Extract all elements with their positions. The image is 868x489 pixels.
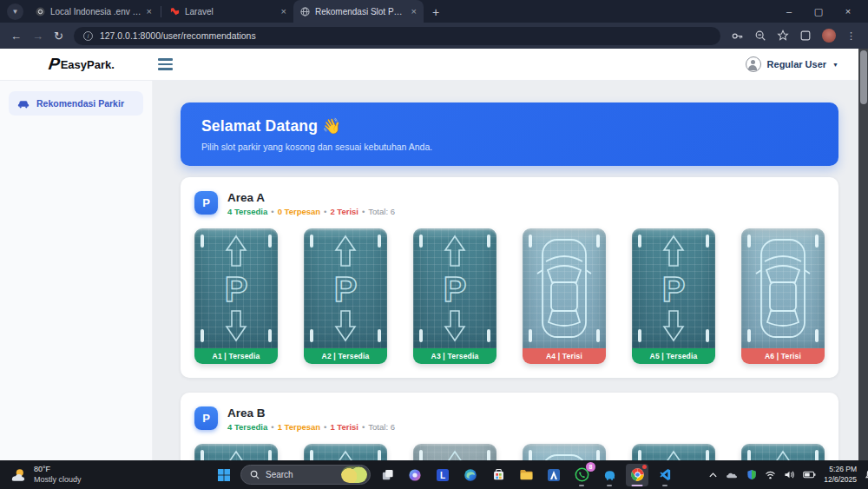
tab-env-setup[interactable]: Local Indonesia .env setup × [29,0,159,23]
parking-slot-a1[interactable]: A1 | Tersedia [194,228,278,364]
tab-search-button[interactable]: ▼ [7,3,23,20]
security-shield-icon[interactable] [746,469,757,480]
parking-slot-a4[interactable]: A4 | Terisi [523,228,606,364]
parking-slot-b1[interactable] [194,444,278,460]
laravel-icon [170,7,180,17]
a-app-icon[interactable] [542,464,565,486]
area-b-slots [194,444,825,460]
microsoft-store-icon[interactable] [487,464,510,486]
chrome-icon[interactable] [626,464,648,486]
stat-occupied: 1 Terisi [330,422,358,432]
taskbar-center: Search L [213,464,676,486]
edge-icon[interactable] [459,464,482,486]
windows-logo-icon [217,468,231,482]
tab-close-icon[interactable]: × [411,7,417,17]
weather-condition: Mostly cloudy [34,475,82,486]
parking-slot-a5[interactable]: A5 | Tersedia [632,228,715,364]
slot-label: A4 | Terisi [523,348,606,364]
tab-title: Laravel [185,7,276,17]
stat-booked: 0 Terpesan [278,207,320,216]
tray-clock[interactable]: 5:26 PM 12/6/2025 [824,465,857,484]
bookmark-star-icon[interactable] [777,30,789,42]
area-b-card: P Area B 4 Tersedia•1 Terpesan•1 Terisi•… [181,393,838,460]
app-body: Rekomendasi Parkir Selamat Datang 👋 Pili… [0,81,868,460]
l-app-icon[interactable]: L [431,464,454,486]
slot-label: A3 | Tersedia [413,348,496,364]
hamburger-menu-icon[interactable] [158,58,173,69]
browser-menu-icon[interactable]: ⋮ [846,30,856,42]
tab-rekomendasi-slot-parkir[interactable]: Rekomendasi Slot Parkir × [293,0,424,23]
tab-title: Rekomendasi Slot Parkir [315,7,406,17]
sidebar-item-rekomendasi-parkir[interactable]: Rekomendasi Parkir [9,91,143,116]
car-icon [17,99,30,109]
copilot-icon[interactable] [404,464,426,486]
user-avatar-icon [746,56,761,72]
page-scrollbar[interactable] [858,49,868,460]
user-menu[interactable]: Regular User ▼ [746,56,838,72]
task-view-icon[interactable] [376,464,398,486]
wifi-icon[interactable] [765,471,776,479]
whatsapp-icon[interactable]: 8 [570,464,593,486]
blue-mammoth-app-icon[interactable] [598,464,621,486]
user-menu-label: Regular User [767,59,826,69]
new-tab-button[interactable]: + [432,5,439,19]
browser-profile-avatar[interactable] [822,29,836,43]
parking-slot-b4[interactable] [523,444,606,460]
tab-laravel[interactable]: Laravel × [163,0,293,23]
onedrive-icon[interactable] [726,470,739,479]
taskbar-search[interactable]: Search [240,465,371,485]
area-b-header: P Area B 4 Tersedia•1 Terpesan•1 Terisi•… [194,406,825,432]
car-topview-icon [523,228,606,348]
easypark-logo-mark: P [47,55,59,74]
parking-slot-b6[interactable] [741,444,825,460]
tray-chevron-up-icon[interactable] [708,472,718,479]
slot-label: A1 | Tersedia [194,348,278,364]
system-tray: 5:26 PM 12/6/2025 [676,465,868,484]
password-key-icon[interactable] [731,30,744,43]
extensions-icon[interactable] [799,30,812,42]
minimize-button[interactable]: – [774,0,804,23]
stat-total: Total: 6 [368,422,395,432]
taskbar-weather-widget[interactable]: 80°F Mostly cloudy [9,465,213,485]
app-viewport: P EasyPark. Regular User ▼ Rekomendasi P… [0,49,868,460]
parking-slot-a6[interactable]: A6 | Terisi [741,228,825,364]
globe-icon [300,7,310,17]
parking-slot-a3[interactable]: A3 | Tersedia [413,228,496,364]
maximize-button[interactable]: ▢ [804,0,833,23]
site-info-icon[interactable]: i [83,31,93,41]
volume-icon[interactable] [784,470,795,479]
file-explorer-icon[interactable] [515,464,537,486]
browser-toolbar: ← → ↻ i 127.0.0.1:8000/user/recommendati… [0,23,868,49]
url-bar[interactable]: i 127.0.0.1:8000/user/recommendations [74,27,720,45]
parking-slot-b3[interactable] [413,444,496,460]
battery-icon[interactable] [803,471,816,479]
tab-close-icon[interactable]: × [281,7,286,17]
parking-slot-b2[interactable] [304,444,387,460]
zoom-icon[interactable] [754,30,766,42]
welcome-title: Selamat Datang 👋 [201,117,818,135]
main-content: Selamat Datang 👋 Pilih slot parkir yang … [153,81,868,460]
scrollbar-thumb[interactable] [860,50,867,104]
app-header: P EasyPark. Regular User ▼ [0,49,868,81]
slot-label: A2 | Tersedia [304,348,387,364]
area-a-slots: A1 | Tersedia A2 | Tersedia A3 | Tersedi… [194,228,825,364]
forward-button[interactable]: → [32,30,43,43]
back-button[interactable]: ← [10,30,22,43]
start-button[interactable] [213,464,235,486]
stat-separator: • [271,207,273,216]
stat-separator: • [362,207,365,216]
easypark-logo[interactable]: P EasyPark. [49,55,115,74]
easypark-logo-text: EasyPark. [61,58,115,71]
area-title: Area A [227,191,395,204]
notification-bell-icon[interactable] [865,469,868,480]
parking-slot-b5[interactable] [632,444,715,460]
tab-divider [161,6,161,17]
stat-separator: • [271,422,273,432]
reload-button[interactable]: ↻ [54,30,63,43]
vscode-icon[interactable] [654,464,676,486]
parking-slot-a2[interactable]: A2 | Tersedia [304,228,387,364]
search-highlight-image [341,466,367,483]
tab-close-icon[interactable]: × [147,7,152,17]
area-a-card: P Area A 4 Tersedia•0 Terpesan•2 Terisi•… [181,177,838,378]
close-button[interactable]: × [833,0,863,23]
